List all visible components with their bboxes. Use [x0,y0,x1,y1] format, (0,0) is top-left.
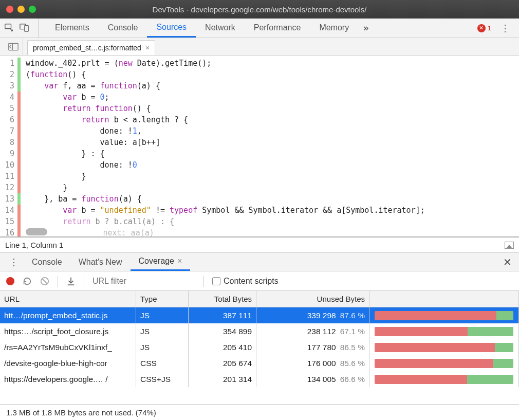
tab-memory[interactable]: Memory [310,19,358,38]
tab-network[interactable]: Network [196,19,245,38]
cursor-position: Line 1, Column 1 [5,241,63,249]
cell-total: 205 410 [189,339,256,355]
col-url[interactable]: URL [0,291,136,307]
svg-rect-2 [25,25,28,31]
file-tab-bar: prompt_embed_st…c.js:formatted × [0,38,519,56]
show-navigator-icon[interactable] [505,242,514,249]
cell-total: 387 111 [189,307,256,323]
zoom-window-button[interactable] [29,6,36,13]
error-count: 1 [488,24,491,32]
cell-url: /devsite-google-blue-high-cor [0,355,136,371]
window-title: DevTools - developers.google.com/web/too… [0,5,519,14]
cell-bar [369,339,519,355]
col-total[interactable]: Total Bytes [189,291,256,307]
coverage-table: URL Type Total Bytes Unused Bytes htt…/p… [0,291,519,405]
clear-button[interactable] [40,277,49,286]
svg-rect-3 [9,43,18,50]
window-titlebar: DevTools - developers.google.com/web/too… [0,0,519,19]
drawer-tab-bar: ⋮ Console What's New Coverage × ✕ [0,253,519,271]
cell-url: https://developers.google.… / [0,371,136,387]
tab-performance[interactable]: Performance [245,19,310,38]
line-number-gutter: 1234 5678 9101112 13141516 [0,56,17,236]
editor-status-bar: Line 1, Column 1 [0,238,519,253]
content-scripts-checkbox[interactable]: Content scripts [212,277,279,286]
cell-url: htt…/prompt_embed_static.js [0,307,136,323]
minimize-window-button[interactable] [17,6,25,13]
close-window-button[interactable] [6,6,13,13]
settings-menu-button[interactable]: ⋮ [495,19,515,38]
close-drawer-button[interactable]: ✕ [496,253,519,271]
cell-unused: 177 78086.5 % [256,339,369,355]
export-button[interactable] [66,277,76,286]
cell-unused: 339 29887.6 % [256,307,369,323]
col-type[interactable]: Type [136,291,189,307]
tab-sources[interactable]: Sources [147,19,196,38]
cell-type: JS [136,307,189,323]
table-row[interactable]: htt…/prompt_embed_static.jsJS387 111339 … [0,307,519,323]
svg-rect-0 [5,24,11,29]
traffic-lights [6,6,36,13]
cell-url: /rs=AA2YrTsM9ubCxVKl1inxf_ [0,339,136,355]
checkbox-icon [212,277,220,285]
tab-console[interactable]: Console [99,19,147,38]
drawer-tab-whatsnew[interactable]: What's New [70,253,131,271]
device-toggle-icon[interactable] [20,23,29,33]
table-row[interactable]: https://developers.google.… /CSS+JS201 3… [0,371,519,387]
source-editor[interactable]: 1234 5678 9101112 13141516 window._402.p… [0,56,519,238]
close-coverage-tab-button[interactable]: × [177,257,182,266]
cell-unused: 134 00566.6 % [256,371,369,387]
error-icon: ✕ [477,24,486,32]
url-filter-input[interactable] [92,277,195,286]
tab-elements[interactable]: Elements [46,19,99,38]
cell-bar [369,355,519,371]
col-unused[interactable]: Unused Bytes [256,291,369,307]
code-content[interactable]: window._402.prlt = (new Date).getTime();… [22,56,425,236]
drawer-tab-coverage[interactable]: Coverage × [131,253,191,271]
tabs-overflow-button[interactable]: » [358,19,374,38]
cell-type: JS [136,323,189,339]
table-row[interactable]: /rs=AA2YrTsM9ubCxVKl1inxf_JS205 410177 7… [0,339,519,355]
file-tab[interactable]: prompt_embed_st…c.js:formatted × [27,40,155,55]
coverage-table-header: URL Type Total Bytes Unused Bytes [0,291,519,307]
close-file-tab-button[interactable]: × [145,44,150,52]
error-indicator[interactable]: ✕ 1 [477,19,495,38]
col-visualization[interactable] [369,291,519,307]
horizontal-scrollbar-thumb[interactable] [26,228,47,235]
cell-bar [369,323,519,339]
main-tab-bar: Elements Console Sources Network Perform… [0,19,519,38]
cell-total: 201 314 [189,371,256,387]
drawer-menu-button[interactable]: ⋮ [4,253,24,271]
cell-bar [369,371,519,387]
coverage-summary: 1.3 MB of 1.8 MB bytes are not used. (74… [0,405,519,420]
navigator-toggle-button[interactable] [4,38,23,55]
inspect-icon[interactable] [4,23,13,33]
cell-type: CSS [136,355,189,371]
file-tab-label: prompt_embed_st…c.js:formatted [33,44,141,52]
cell-unused: 238 11267.1 % [256,323,369,339]
table-row[interactable]: /devsite-google-blue-high-corCSS205 6741… [0,355,519,371]
table-row[interactable]: https:…/script_foot_closure.jsJS354 8992… [0,323,519,339]
cell-bar [369,307,519,323]
cell-total: 205 674 [189,355,256,371]
cell-unused: 176 00085.6 % [256,355,369,371]
cell-total: 354 899 [189,323,256,339]
record-button[interactable] [6,277,14,285]
cell-url: https:…/script_foot_closure.js [0,323,136,339]
reload-button[interactable] [23,277,32,286]
coverage-toolbar: Content scripts [0,271,519,291]
drawer-tab-console[interactable]: Console [24,253,70,271]
coverage-gutter [17,56,22,236]
cell-type: JS [136,339,189,355]
cell-type: CSS+JS [136,371,189,387]
